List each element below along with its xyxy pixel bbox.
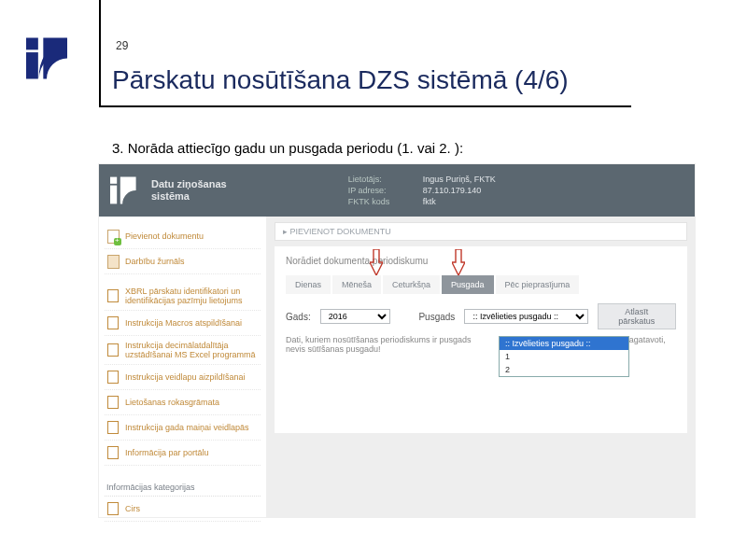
journal-icon (106, 254, 120, 269)
year-label: Gads: (286, 312, 311, 322)
select-reports-button[interactable]: Atlasīt pārskatus (598, 303, 677, 329)
document-icon (106, 229, 120, 244)
page-number: 29 (116, 39, 128, 52)
value-user: Ingus Puriņš, FKTK (423, 175, 535, 184)
value-code: fktk (423, 197, 535, 206)
document-icon (106, 315, 120, 330)
sidebar-doc-link[interactable]: XBRL pārskatu identifikatori un identifi… (105, 282, 261, 311)
breadcrumb: ▸ PIEVIENOT DOKUMENTU (275, 222, 687, 241)
svg-rect-2 (110, 177, 117, 184)
sidebar-doc-link[interactable]: Instrukcija decimālatdalītāja uzstādīšan… (105, 336, 261, 365)
year-select[interactable]: 2016 (320, 309, 391, 324)
sidebar-item-label: Lietošanas rokasgrāmata (125, 398, 219, 407)
tab-pcpieprasjuma[interactable]: Pēc pieprasījuma (496, 275, 580, 294)
sidebar-item-label: Instrukcija veidlapu aizpildīšanai (125, 372, 246, 382)
period-tabs: DienasMēnešaCeturkšņaPusgadaPēc pieprasī… (286, 275, 676, 294)
tab-ceturka[interactable]: Ceturkšņa (383, 275, 440, 294)
dropdown-option[interactable]: 1 (500, 350, 628, 363)
app-topbar: Datu ziņošanassistēma Lietotājs: Ingus P… (99, 164, 695, 217)
tab-mnea[interactable]: Mēneša (332, 275, 381, 294)
slide-title: Pārskatu nosūtīšana DZS sistēmā (4/6) (112, 65, 569, 95)
sidebar-doc-link[interactable]: Lietošanas rokasgrāmata (105, 390, 261, 415)
sidebar-item-label: Instrukcija gada maiņai veidlapās (125, 423, 249, 432)
sidebar-item-label: Darbību žurnāls (125, 257, 185, 266)
dropdown-option[interactable]: 2 (500, 363, 628, 376)
panel-title: Norādiet dokumenta periodiskumu (286, 256, 676, 266)
annotation-arrow-icon (452, 249, 465, 275)
sidebar-doc-link[interactable]: Instrukcija gada maiņai veidlapās (105, 415, 261, 441)
sidebar-item-label: XBRL pārskatu identifikatori un identifi… (125, 287, 259, 305)
svg-rect-0 (26, 38, 38, 50)
sidebar-activity-log[interactable]: Darbību žurnāls (105, 249, 261, 274)
divider-vertical (99, 0, 101, 107)
document-icon (106, 420, 120, 435)
label-user: Lietotājs: (348, 175, 423, 184)
divider-horizontal (99, 105, 631, 107)
svg-rect-1 (26, 52, 38, 78)
sidebar-doc-link[interactable]: Instrukcija veidlapu aizpildīšanai (105, 365, 261, 390)
sidebar-item-label: Cirs (125, 504, 140, 513)
sidebar-item-label: Instrukcija decimālatdalītāja uzstādīšan… (125, 341, 259, 359)
value-ip: 87.110.179.140 (423, 186, 535, 195)
sidebar-categories-heading: Informācijas kategorijas (105, 479, 261, 497)
sidebar-add-document[interactable]: Pievienot dokumentu (105, 224, 261, 249)
halfyear-dropdown-open: :: Izvēlieties pusgadu :: 1 2 (499, 336, 629, 377)
app-logo (110, 176, 144, 204)
brand-line2: sistēma (151, 190, 190, 202)
svg-rect-3 (110, 186, 117, 204)
embedded-screenshot: Datu ziņošanassistēma Lietotājs: Ingus P… (98, 163, 696, 518)
sidebar: Pievienot dokumentu Darbību žurnāls XBRL… (99, 217, 267, 517)
document-icon (106, 445, 120, 460)
step-instruction: 3. Norāda attiecīgo gadu un pusgada peri… (112, 140, 463, 156)
sidebar-item-label: Pievienot dokumentu (125, 231, 204, 241)
document-icon (106, 288, 120, 303)
user-info: Lietotājs: Ingus Puriņš, FKTK IP adrese:… (348, 175, 535, 206)
tab-dienas[interactable]: Dienas (286, 275, 331, 294)
dropdown-option[interactable]: :: Izvēlieties pusgadu :: (500, 337, 628, 350)
document-icon (106, 395, 120, 410)
main-panel: ▸ PIEVIENOT DOKUMENTU Norādiet dokumenta… (267, 217, 695, 517)
document-icon (106, 343, 120, 357)
tab-pusgada[interactable]: Pusgada (442, 275, 494, 294)
label-code: FKTK kods (348, 197, 423, 206)
halfyear-select[interactable]: :: Izvēlieties pusgadu :: (464, 309, 587, 324)
brand-line1: Datu ziņošanas (151, 178, 227, 189)
document-icon (106, 370, 120, 385)
fktk-logo (26, 37, 78, 83)
sidebar-item-label: Informācija par portālu (125, 448, 209, 457)
halfyear-label: Pusgads (418, 312, 455, 322)
label-ip: IP adrese: (348, 186, 423, 195)
document-icon (106, 501, 120, 516)
note-prefix: Dati, kuriem nosūtīšanas periodiskums ir… (286, 335, 472, 344)
sidebar-doc-link[interactable]: Informācija par portālu (105, 441, 261, 466)
sidebar-doc-link[interactable]: Instrukcija Macros atspildīšanai (105, 311, 261, 336)
sidebar-item-label: Instrukcija Macros atspildīšanai (125, 318, 242, 328)
annotation-arrow-icon (370, 249, 383, 275)
sidebar-category-link[interactable]: Cirs (105, 497, 261, 522)
